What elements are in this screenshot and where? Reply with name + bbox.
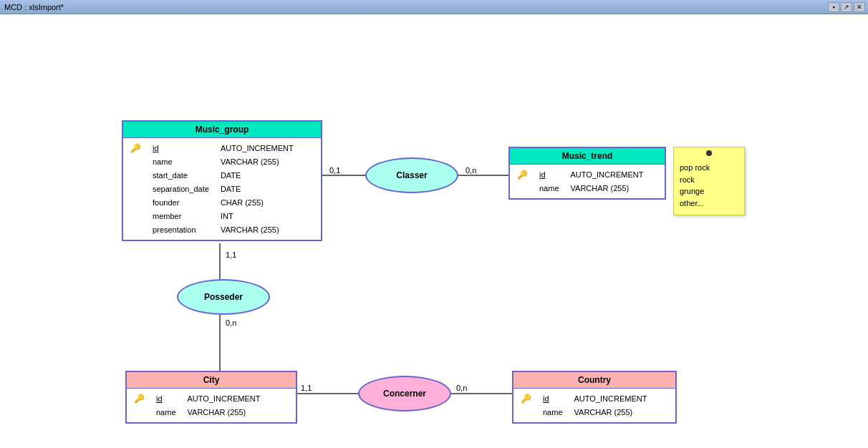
field-sep-date-type: DATE (221, 183, 294, 195)
title-bar: MCD : xlsImport* ▪ ↗ ✕ (0, 0, 868, 14)
field-sep-date-name: separation_date (153, 183, 209, 195)
sticky-pin (706, 150, 712, 156)
title-text: MCD : xlsImport* (4, 3, 64, 11)
entity-city-icons: 🔑 (134, 393, 145, 418)
window-controls[interactable]: ▪ ↗ ✕ (828, 2, 865, 12)
sticky-note[interactable]: pop rock rock grunge other... (673, 147, 745, 215)
field-icon-id: 🔑 (130, 142, 141, 154)
entity-city-body: 🔑 id name AUTO_INCREMENT VARCHAR (255) (127, 389, 296, 422)
entity-country-types: AUTO_INCREMENT VARCHAR (255) (574, 393, 647, 418)
minimize-button[interactable]: ▪ (828, 2, 839, 12)
field-member-type: INT (221, 210, 294, 222)
card-classer-left: 0,1 (329, 166, 340, 175)
entity-city-header: City (127, 372, 296, 389)
city-field-icon-blank (134, 406, 145, 418)
trend-field-icon-id: 🔑 (517, 169, 528, 180)
country-field-icon-id: 🔑 (521, 393, 531, 404)
country-field-id-type: AUTO_INCREMENT (574, 393, 647, 404)
entity-country-body: 🔑 id name AUTO_INCREMENT VARCHAR (255) (513, 389, 675, 422)
entity-music-group-body: 🔑 id name start_date separation_date fou… (123, 138, 321, 240)
field-founder-name: founder (153, 197, 209, 208)
field-member-name: member (153, 210, 209, 222)
country-field-name: name (543, 406, 563, 418)
field-icon-blank6 (130, 224, 141, 235)
entity-music-trend-header: Music_trend (510, 148, 665, 165)
city-field-icon-id: 🔑 (134, 393, 145, 404)
trend-key-icon: 🔑 (517, 170, 528, 180)
sticky-line-2: rock (680, 174, 738, 186)
entity-city-names: id name (156, 393, 176, 418)
field-start-date-name: start_date (153, 170, 209, 181)
trend-field-name-type: VARCHAR (255) (571, 182, 644, 194)
entity-music-trend-names: id name (539, 169, 559, 194)
entity-music-group-icons: 🔑 (130, 142, 141, 235)
entity-music-group-header: Music_group (123, 122, 321, 138)
trend-field-id-type: AUTO_INCREMENT (571, 169, 644, 180)
field-icon-blank3 (130, 183, 141, 195)
relation-concerner[interactable]: Concerner (358, 376, 451, 412)
city-field-name-type: VARCHAR (255) (188, 406, 261, 418)
entity-music-trend-body: 🔑 id name AUTO_INCREMENT VARCHAR (255) (510, 165, 665, 198)
field-presentation-name: presentation (153, 224, 209, 235)
entity-country-icons: 🔑 (521, 393, 531, 418)
relation-posseder[interactable]: Posseder (177, 279, 270, 315)
trend-field-name: name (539, 182, 559, 194)
entity-country[interactable]: Country 🔑 id name AUTO_INCREMENT VARCHAR… (512, 371, 677, 424)
entity-music-trend[interactable]: Music_trend 🔑 id name AUTO_INCREMENT VAR… (508, 147, 666, 200)
diagram-canvas: Music_group 🔑 id name start_date separat… (0, 14, 868, 448)
entity-city-types: AUTO_INCREMENT VARCHAR (255) (188, 393, 261, 418)
field-start-date-type: DATE (221, 170, 294, 181)
entity-city[interactable]: City 🔑 id name AUTO_INCREMENT VARCHAR (2… (125, 371, 297, 424)
field-founder-type: CHAR (255) (221, 197, 294, 208)
field-icon-blank4 (130, 197, 141, 208)
sticky-line-4: other... (680, 198, 738, 210)
field-name-name: name (153, 156, 209, 167)
city-field-id: id (156, 393, 176, 404)
entity-music-group[interactable]: Music_group 🔑 id name start_date separat… (122, 120, 322, 241)
country-field-name-type: VARCHAR (255) (574, 406, 647, 418)
country-field-icon-blank (521, 406, 531, 418)
entity-music-group-types: AUTO_INCREMENT VARCHAR (255) DATE DATE C… (221, 142, 294, 235)
country-field-id: id (543, 393, 563, 404)
field-name-type: VARCHAR (255) (221, 156, 294, 167)
city-field-id-type: AUTO_INCREMENT (188, 393, 261, 404)
card-posseder-top: 1,1 (226, 250, 236, 259)
close-button[interactable]: ✕ (854, 2, 865, 12)
field-icon-blank5 (130, 210, 141, 222)
card-concerner-right: 0,n (456, 384, 467, 392)
city-key-icon: 🔑 (134, 394, 145, 404)
sticky-line-3: grunge (680, 185, 738, 198)
entity-music-group-names: id name start_date separation_date found… (153, 142, 209, 235)
entity-country-names: id name (543, 393, 563, 418)
sticky-line-1: pop rock (680, 162, 738, 174)
field-icon-blank2 (130, 170, 141, 181)
entity-country-header: Country (513, 372, 675, 389)
relation-classer[interactable]: Classer (365, 157, 458, 193)
field-id-type: AUTO_INCREMENT (221, 142, 294, 154)
trend-field-id: id (539, 169, 559, 180)
restore-button[interactable]: ↗ (841, 2, 852, 12)
card-posseder-bottom: 0,n (226, 318, 236, 327)
field-presentation-type: VARCHAR (255) (221, 224, 294, 235)
sticky-note-content: pop rock rock grunge other... (680, 162, 738, 209)
city-field-name: name (156, 406, 176, 418)
entity-music-trend-icons: 🔑 (517, 169, 528, 194)
card-concerner-left: 1,1 (301, 384, 312, 392)
trend-field-icon-blank (517, 182, 528, 194)
country-key-icon: 🔑 (521, 394, 531, 404)
field-id-name: id (153, 142, 209, 154)
key-icon: 🔑 (130, 143, 141, 153)
entity-music-trend-types: AUTO_INCREMENT VARCHAR (255) (571, 169, 644, 194)
field-icon-blank1 (130, 156, 141, 167)
card-classer-right: 0,n (466, 166, 476, 175)
